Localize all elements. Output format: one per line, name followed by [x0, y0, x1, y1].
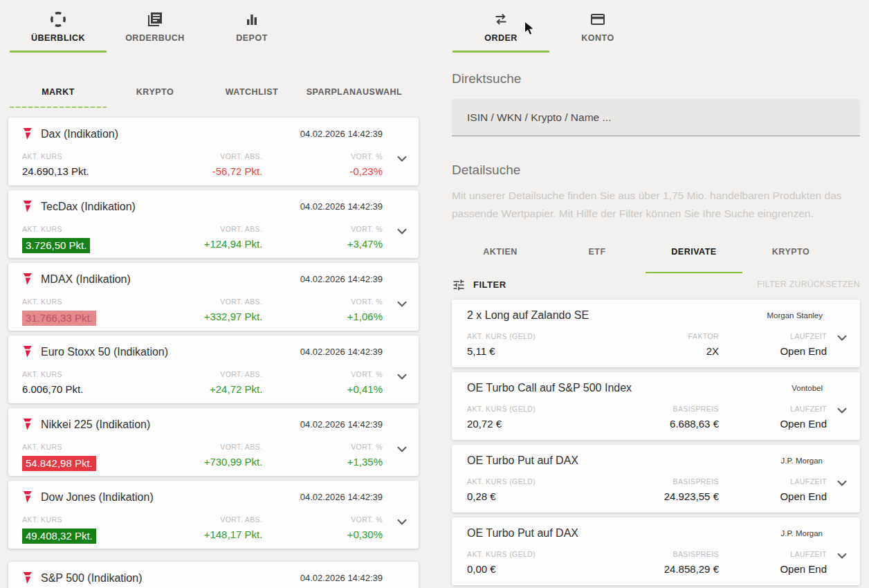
market-index-card[interactable]: MDAX (Indikation)04.02.2026 14:42:39AKT.…	[8, 263, 419, 331]
change-percent: +0,30%	[262, 529, 383, 540]
derivative-card[interactable]: OE Turbo Put auf DAXJ.P. MorganAKT. KURS…	[452, 517, 860, 585]
product-name: OE Turbo Put auf DAX	[467, 454, 780, 467]
value-label: VORT. ABS.	[143, 297, 263, 306]
tab-order[interactable]: ORDER	[452, 8, 549, 53]
value-label: VORT. ABS.	[143, 515, 263, 524]
overview-icon	[49, 10, 67, 29]
change-absolute: +148,17 Pkt.	[143, 529, 263, 540]
derivative-card[interactable]: OE Turbo Call auf S&P 500 IndexVontobelA…	[452, 372, 860, 440]
tab-konto[interactable]: KONTO	[549, 8, 646, 53]
category-tab-aktien[interactable]: AKTIEN	[452, 241, 549, 262]
chevron-down-icon[interactable]	[394, 151, 410, 166]
value-label: AKT. KURS (GELD)	[467, 405, 605, 413]
issuer-name: Vontobel	[792, 384, 823, 392]
flatex-logo-icon	[22, 200, 33, 213]
tab-label: KRYPTO	[772, 247, 809, 257]
chevron-down-icon[interactable]	[394, 223, 410, 239]
order-icon	[493, 10, 509, 29]
left-main-tabs: ÜBERBLICKORDERBUCHDEPOT	[0, 0, 429, 53]
value-label: AKT. KURS (GELD)	[467, 550, 605, 558]
tab-label: ÜBERBLICK	[31, 33, 85, 43]
value-label: AKT. KURS (GELD)	[467, 332, 605, 340]
market-index-card[interactable]: Euro Stoxx 50 (Indikation)04.02.2026 14:…	[8, 336, 419, 403]
tab-label: ETF	[588, 247, 605, 257]
direktsuche-title: Direktsuche	[452, 71, 860, 86]
flatex-logo-icon	[22, 127, 33, 140]
tab-label: WATCHLIST	[226, 87, 278, 97]
value-label: FAKTOR	[605, 332, 719, 340]
subtab-krypto[interactable]: KRYPTO	[107, 76, 203, 108]
chevron-down-icon[interactable]	[834, 548, 850, 563]
subtab-markt[interactable]: MARKT	[10, 76, 107, 108]
value: Open End	[719, 563, 827, 575]
value-label: BASISPREIS	[605, 550, 719, 558]
quote-timestamp: 04.02.2026 14:42:39	[300, 347, 383, 357]
change-absolute: +730,99 Pkt.	[143, 456, 263, 468]
instrument-name: TecDax (Indikation)	[41, 201, 300, 213]
value-label: AKT. KURS	[22, 370, 143, 378]
category-tab-derivate[interactable]: DERIVATE	[646, 241, 742, 262]
value-label: AKT. KURS	[22, 225, 143, 233]
search-input[interactable]	[467, 111, 845, 124]
value-label: VORT. %	[262, 225, 383, 233]
value-label: VORT. %	[262, 370, 383, 378]
change-absolute: +24,72 Pkt.	[143, 383, 263, 395]
market-index-card[interactable]: Dax (Indikation)04.02.2026 14:42:39AKT. …	[8, 118, 419, 185]
chevron-down-icon[interactable]	[834, 403, 850, 418]
tab-label: KRYPTO	[136, 87, 174, 97]
tab-berblick[interactable]: ÜBERBLICK	[10, 8, 107, 53]
tab-label: DEPOT	[236, 33, 268, 43]
market-card-list: Dax (Indikation)04.02.2026 14:42:39AKT. …	[0, 118, 429, 588]
tab-depot[interactable]: DEPOT	[203, 8, 300, 53]
derivative-card[interactable]: 2 x Long auf Zalando SEMorgan StanleyAKT…	[452, 300, 860, 367]
value: 2X	[605, 345, 719, 357]
value-label: LAUFZEIT	[719, 332, 827, 340]
filter-reset-button[interactable]: FILTER ZURÜCKSETZEN	[757, 279, 860, 289]
value: 24.923,55 €	[605, 490, 719, 502]
chevron-down-icon[interactable]	[394, 514, 410, 529]
direct-search-box[interactable]	[452, 99, 860, 136]
value-label: BASISPREIS	[605, 405, 719, 413]
derivative-card[interactable]: OE Turbo Put auf DAXJ.P. MorganAKT. KURS…	[452, 445, 860, 513]
chevron-down-icon[interactable]	[394, 296, 410, 311]
value: Open End	[719, 418, 827, 430]
derivative-card-list: 2 x Long auf Zalando SEMorgan StanleyAKT…	[443, 300, 869, 585]
current-price: 54.842,98 Pkt.	[22, 456, 96, 471]
subtab-watchlist[interactable]: WATCHLIST	[203, 76, 300, 108]
detailsuche-description: Mit unserer Detailsuche finden Sie aus ü…	[452, 187, 860, 223]
tab-label: MARKT	[42, 87, 75, 97]
chevron-down-icon[interactable]	[834, 475, 850, 490]
subtab-sparplanauswahl[interactable]: SPARPLANAUSWAHL	[300, 76, 408, 108]
filter-button[interactable]: FILTER	[452, 274, 506, 295]
flatex-logo-icon	[22, 571, 33, 585]
change-absolute: +124,94 Pkt.	[143, 238, 263, 250]
chevron-down-icon[interactable]	[394, 441, 410, 457]
value: 6.688,63 €	[605, 418, 719, 430]
detailsuche-title: Detailsuche	[452, 163, 860, 178]
category-tabs: AKTIENETFDERIVATEKRYPTO	[443, 241, 869, 262]
change-percent: +1,35%	[262, 456, 383, 468]
quote-timestamp: 04.02.2026 14:42:39	[300, 274, 383, 284]
market-index-card[interactable]: TecDax (Indikation)04.02.2026 14:42:39AK…	[8, 190, 419, 258]
market-index-card[interactable]: Dow Jones (Indikation)04.02.2026 14:42:3…	[8, 481, 419, 549]
market-index-card[interactable]: Nikkei 225 (Indikation)04.02.2026 14:42:…	[8, 408, 419, 476]
right-main-tabs: ORDERKONTO	[443, 0, 869, 53]
value-label: VORT. %	[262, 443, 383, 451]
value-label: LAUFZEIT	[719, 405, 827, 413]
change-percent: -0,23%	[262, 165, 383, 177]
category-tab-etf[interactable]: ETF	[549, 241, 646, 262]
quote-timestamp: 04.02.2026 14:42:39	[300, 129, 383, 139]
market-index-card[interactable]: S&P 500 (Indikation)04.02.2026 14:42:39	[8, 562, 419, 588]
current-price: 3.726,50 Pkt.	[22, 238, 90, 253]
category-tab-krypto[interactable]: KRYPTO	[742, 241, 839, 262]
value-label: AKT. KURS	[22, 297, 143, 306]
value: Open End	[719, 345, 827, 357]
product-name: OE Turbo Call auf S&P 500 Index	[467, 382, 792, 394]
tab-orderbuch[interactable]: ORDERBUCH	[107, 8, 203, 53]
instrument-name: MDAX (Indikation)	[41, 273, 300, 286]
current-price: 31.766,33 Pkt.	[22, 311, 96, 326]
konto-icon	[589, 10, 606, 29]
change-percent: +1,06%	[262, 311, 383, 322]
chevron-down-icon[interactable]	[834, 330, 850, 345]
chevron-down-icon[interactable]	[394, 369, 410, 384]
